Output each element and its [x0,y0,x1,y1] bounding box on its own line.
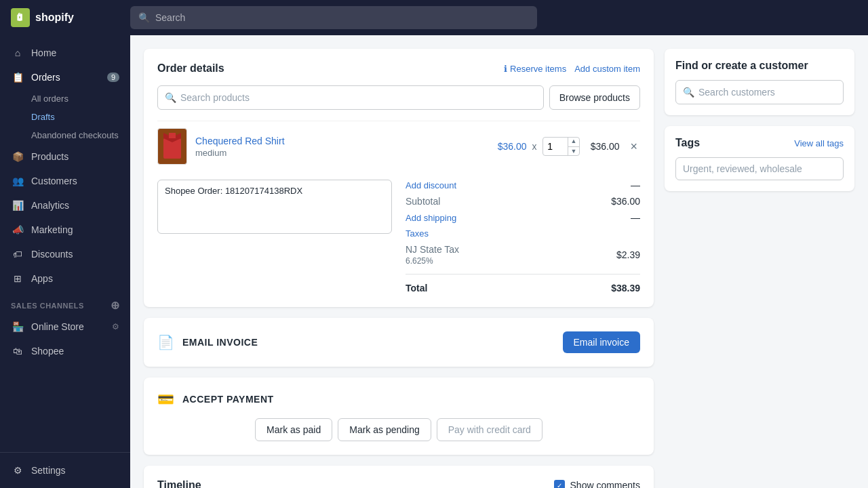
settings-label: Settings [31,465,66,476]
tags-header: Tags View all tags [675,137,844,149]
order-details-header: Order details ℹ Reserve items Add custom… [157,62,640,75]
notes-section: Shopee Order: 181207174138RDX [157,180,392,293]
sidebar-item-online-store[interactable]: 🏪 Online Store ⚙ [0,314,130,339]
pay-with-card-button[interactable]: Pay with credit card [437,418,542,441]
add-sales-channel-button[interactable]: ⊕ [111,299,120,312]
email-invoice-left: 📄 EMAIL INVOICE [157,334,258,350]
sidebar-item-label: Marketing [31,224,73,235]
email-invoice-card: 📄 EMAIL INVOICE Email invoice [144,318,654,367]
shopee-label: Shopee [31,346,64,357]
product-name[interactable]: Chequered Red Shirt [195,136,490,146]
add-discount-link[interactable]: Add discount [406,180,456,190]
sidebar-item-label: Apps [31,273,53,284]
sidebar: ⌂ Home 📋 Orders 9 All orders Drafts Aban… [0,35,130,488]
sidebar-item-discounts[interactable]: 🏷 Discounts [0,242,130,266]
logo[interactable]: shopify [11,8,119,27]
add-shipping-link[interactable]: Add shipping [406,213,456,223]
sidebar-item-label: Discounts [31,249,73,260]
customer-search-wrapper[interactable]: 🔍 [675,80,844,104]
tags-input-wrapper[interactable]: Urgent, reviewed, wholesale [675,157,844,180]
sidebar-item-apps[interactable]: ⊞ Apps [0,266,130,291]
search-products-input[interactable] [180,92,536,103]
shopify-logo-icon [11,8,30,27]
taxes-link[interactable]: Taxes [406,228,429,239]
settings-icon: ⚙ [11,464,24,477]
quantity-arrows: ▲ ▼ [568,137,580,156]
tags-card: Tags View all tags Urgent, reviewed, who… [665,126,854,191]
view-all-tags-link[interactable]: View all tags [794,138,844,148]
show-comments-checkbox[interactable]: ✓ [554,480,565,488]
nj-tax-label: NJ State Tax 6.625% [406,244,459,266]
quantity-field[interactable]: 1 [543,141,568,152]
notes-pricing-row: Shopee Order: 181207174138RDX Add discou… [157,180,640,293]
search-products-row: 🔍 Browse products [157,85,640,110]
order-details-card: Order details ℹ Reserve items Add custom… [144,49,654,307]
sidebar-item-shopee[interactable]: 🛍 Shopee [0,339,130,363]
orders-badge: 9 [107,73,119,82]
customers-icon: 👥 [11,174,24,188]
brand-name: shopify [35,12,74,24]
product-image [157,128,187,165]
subtotal-value: $36.00 [611,196,640,207]
multiply-symbol: x [532,141,537,152]
credit-card-icon: 💳 [157,391,174,407]
sidebar-item-label: Customers [31,176,77,186]
all-orders-label: All orders [31,94,68,104]
sidebar-item-home[interactable]: ⌂ Home [0,41,130,65]
email-invoice-row: 📄 EMAIL INVOICE Email invoice [157,331,640,353]
center-column: Order details ℹ Reserve items Add custom… [144,49,654,488]
pricing-section: Add discount — Subtotal $36.00 Add shipp… [406,180,640,293]
total-value: $38.39 [611,283,640,293]
search-products-icon: 🔍 [165,92,176,103]
online-store-icon: 🏪 [11,320,24,333]
reserve-items-label: Reserve items [510,64,566,74]
order-details-title: Order details [157,62,224,75]
drafts-label: Drafts [31,112,55,122]
search-products-wrapper[interactable]: 🔍 [157,85,544,110]
global-search[interactable]: 🔍 [130,6,537,29]
main-content: Order details ℹ Reserve items Add custom… [130,35,868,488]
remove-product-button[interactable]: × [627,137,640,157]
product-variant: medium [195,148,490,158]
email-invoice-button[interactable]: Email invoice [563,331,640,353]
total-row: Total $38.39 [406,283,640,293]
accept-payment-card: 💳 ACCEPT PAYMENT Mark as paid Mark as pe… [144,378,654,455]
browse-products-button[interactable]: Browse products [549,85,640,110]
sidebar-item-customers[interactable]: 👥 Customers [0,169,130,193]
orders-icon: 📋 [11,70,24,84]
customer-search-input[interactable] [698,87,836,98]
product-price[interactable]: $36.00 [498,141,527,152]
product-info: Chequered Red Shirt medium [195,136,490,158]
add-custom-item-link[interactable]: Add custom item [574,64,640,74]
sidebar-item-products[interactable]: 📦 Products [0,144,130,169]
sidebar-item-settings[interactable]: ⚙ Settings [0,458,130,483]
right-column: Find or create a customer 🔍 Tags View al… [665,49,854,191]
mark-as-paid-button[interactable]: Mark as paid [255,418,332,441]
shipping-dash: — [631,212,640,223]
find-customer-card: Find or create a customer 🔍 [665,49,854,115]
shopee-icon: 🛍 [11,344,24,358]
sidebar-item-analytics[interactable]: 📊 Analytics [0,193,130,218]
sidebar-item-marketing[interactable]: 📣 Marketing [0,218,130,242]
reserve-items-link[interactable]: ℹ Reserve items [504,64,566,74]
line-total: $36.00 [585,141,619,152]
accept-payment-header-row: 💳 ACCEPT PAYMENT [157,391,640,407]
sidebar-item-all-orders[interactable]: All orders [0,89,130,108]
tax-value: $2.39 [616,249,640,260]
subtotal-row: Subtotal $36.00 [406,196,640,207]
quantity-down-arrow[interactable]: ▼ [568,147,580,157]
sidebar-item-label: Home [31,47,56,58]
quantity-input[interactable]: 1 ▲ ▼ [542,137,580,156]
product-price-cell: $36.00 x 1 ▲ ▼ $36.00 [498,137,620,156]
email-icon: 📄 [157,334,174,350]
sidebar-item-label: Orders [31,72,60,83]
taxes-row: Taxes [406,228,640,239]
sidebar-item-abandoned[interactable]: Abandoned checkouts [0,126,130,144]
sidebar-item-orders[interactable]: 📋 Orders 9 [0,65,130,89]
global-search-input[interactable] [155,12,529,23]
online-store-settings-icon[interactable]: ⚙ [112,322,119,331]
quantity-up-arrow[interactable]: ▲ [568,137,580,147]
notes-textarea[interactable]: Shopee Order: 181207174138RDX [157,180,392,234]
sidebar-item-drafts[interactable]: Drafts [0,108,130,126]
mark-as-pending-button[interactable]: Mark as pending [338,418,431,441]
